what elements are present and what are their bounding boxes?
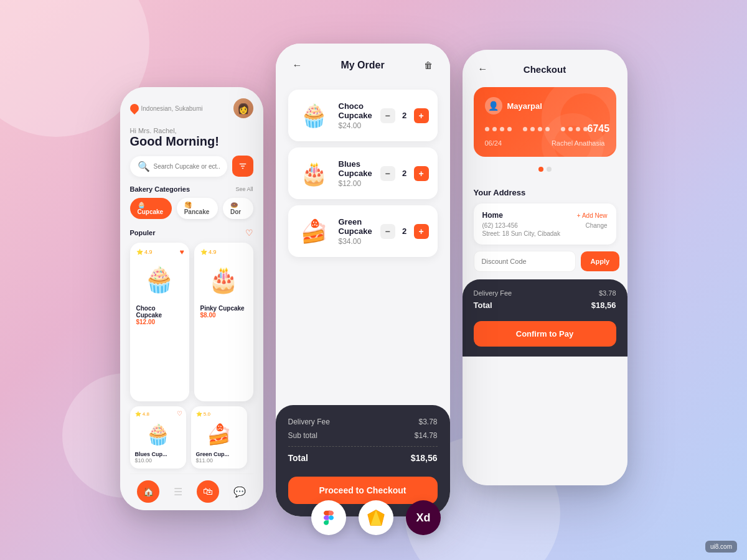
search-icon: 🔍 (138, 161, 150, 172)
phone-checkout: ← Checkout 👤 Mayarpal (463, 50, 627, 485)
order-header: ← My Order 🗑 (288, 56, 438, 75)
categories-see-all[interactable]: See All (235, 186, 253, 192)
subtotal-value: $14.78 (415, 431, 438, 440)
total-value: $18,56 (411, 453, 438, 463)
qty-plus-green[interactable]: + (414, 224, 429, 239)
order-title: My Order (341, 60, 384, 71)
address-section: Your Address Home + Add New (62) 123-456… (463, 188, 627, 251)
qty-plus-choco[interactable]: + (414, 108, 429, 123)
checkout-title: Checkout (492, 64, 598, 75)
delete-order-button[interactable]: 🗑 (419, 56, 438, 75)
card-pagination (474, 167, 616, 172)
product-card-pinky[interactable]: ⭐ 4.9 🎂 Pinky Cupcake $8.00 (194, 243, 253, 401)
categories-list: 🧁 Cupcake 🥞 Pancake 🍩 Dor (130, 198, 253, 219)
subtotal-row: Sub total $14.78 (288, 431, 438, 440)
phone-order: ← My Order 🗑 🧁 Choco Cupcake $24.00 − 2 … (276, 44, 450, 516)
small-products-row: ⭐ 4.8 🧁 Blues Cup... $10.00 ♡ ⭐ 5.0 🍰 Gr… (130, 406, 253, 469)
checkout-delivery-value: $3.78 (599, 289, 616, 297)
small-card-green[interactable]: ⭐ 5.0 🍰 Green Cup... $11.00 (191, 406, 247, 469)
small-rating-blues: ⭐ 4.8 (135, 411, 181, 417)
item-info-choco: Choco Cupcake $24.00 (339, 101, 373, 130)
search-input[interactable] (154, 163, 220, 170)
small-name-green: Green Cup... (196, 451, 242, 457)
product-name-pinky: Pinky Cupcake (200, 305, 247, 312)
greeting-section: Hi Mrs. Rachel, Good Morning! (130, 127, 253, 148)
item-name-blues: Blues Cupcake (339, 159, 373, 178)
credit-card: 👤 Mayarpal (474, 87, 616, 157)
xd-icon: Xd (406, 500, 441, 535)
filter-button[interactable] (232, 156, 253, 177)
qty-minus-choco[interactable]: − (380, 108, 395, 123)
change-address-button[interactable]: Change (585, 222, 607, 229)
item-info-green: Green Cupcake $34.00 (339, 217, 373, 246)
nav-chat-icon[interactable]: 💬 (233, 486, 246, 498)
small-price-blues: $10.00 (135, 457, 181, 464)
dot4 (507, 127, 512, 131)
checkout-total-row: Total $18,56 (474, 301, 616, 310)
item-name-choco: Choco Cupcake (339, 101, 373, 120)
favorite-icon[interactable]: ♥ (179, 248, 184, 256)
category-donut[interactable]: 🍩 Dor (223, 198, 253, 219)
dot7 (538, 127, 542, 131)
product-price-choco: $12.00 (136, 319, 183, 325)
nav-home[interactable]: 🏠 (137, 480, 159, 503)
checkout-summary: Delivery Fee $3.78 Total $18,56 Confirm … (463, 279, 627, 357)
search-row: 🔍 (130, 156, 253, 177)
total-label: Total (288, 453, 308, 463)
nav-list-icon[interactable]: ☰ (174, 486, 182, 498)
qty-minus-green[interactable]: − (380, 224, 395, 239)
qty-num-choco: 2 (400, 111, 409, 120)
small-card-blues[interactable]: ⭐ 4.8 🧁 Blues Cup... $10.00 ♡ (130, 406, 186, 469)
product-card-choco[interactable]: ♥ ⭐ 4.9 🧁 Choco Cupcake $12.00 (130, 243, 189, 401)
order-items-list: 🧁 Choco Cupcake $24.00 − 2 + 🎂 Blues Cup… (276, 83, 450, 405)
categories-header: Bakery Categories See All (130, 185, 253, 193)
total-row: Total $18,56 (288, 446, 438, 463)
qty-minus-blues[interactable]: − (380, 166, 395, 181)
category-cupcake[interactable]: 🧁 Cupcake (130, 198, 172, 219)
item-info-blues: Blues Cupcake $12.00 (339, 159, 373, 188)
dot1 (485, 127, 489, 131)
search-box[interactable]: 🔍 (130, 156, 227, 177)
figma-icon (311, 500, 346, 535)
populer-header: Populer ♡ (130, 228, 253, 238)
qty-num-green: 2 (400, 226, 409, 236)
address-street: Street: 18 Sun City, Cibadak (482, 230, 608, 237)
dot3 (500, 127, 504, 131)
cart-nav-button[interactable]: 🛍 (197, 480, 219, 503)
address-label: Home (482, 211, 503, 220)
dot6 (530, 127, 535, 131)
apply-discount-button[interactable]: Apply (581, 251, 620, 271)
order-back-button[interactable]: ← (288, 56, 307, 75)
home-nav-button[interactable]: 🏠 (137, 480, 159, 503)
discount-input[interactable] (474, 251, 576, 272)
small-heart-blues[interactable]: ♡ (177, 410, 182, 417)
qty-plus-blues[interactable]: + (414, 166, 429, 181)
sketch-icon (359, 500, 393, 535)
checkout-top: ← Checkout 👤 Mayarpal (463, 50, 627, 188)
address-title: Your Address (474, 188, 616, 197)
product-image-pinky: 🎂 (200, 258, 247, 301)
user-avatar[interactable]: 👩 (233, 98, 253, 118)
checkout-total-label: Total (474, 301, 492, 310)
category-pancake[interactable]: 🥞 Pancake (177, 198, 218, 219)
card-expiry: 06/24 (485, 139, 502, 147)
address-card: Home + Add New (62) 123-456 Change Stree… (474, 203, 616, 245)
dot2 (492, 127, 497, 131)
confirm-pay-button[interactable]: Confirm to Pay (474, 321, 616, 347)
small-img-green: 🍰 (196, 417, 242, 451)
add-new-address-button[interactable]: + Add New (577, 212, 608, 219)
qty-control-blues: − 2 + (380, 166, 429, 181)
checkout-back-button[interactable]: ← (474, 60, 492, 78)
product-price-pinky: $8.00 (200, 312, 247, 319)
checkout-delivery-label: Delivery Fee (474, 289, 512, 297)
categories-title: Bakery Categories (130, 185, 190, 193)
product-image-choco: 🧁 (136, 258, 183, 301)
small-img-blues: 🧁 (135, 417, 181, 451)
item-name-green: Green Cupcake (339, 217, 373, 236)
address-label-row: Home + Add New (482, 211, 608, 220)
product-name-choco: Choco Cupcake (136, 305, 183, 319)
rating-choco: ⭐ 4.9 (136, 249, 183, 255)
home-header: Indonesian, Sukabumi 👩 (130, 98, 253, 118)
item-image-green: 🍰 (297, 214, 331, 248)
qty-control-green: − 2 + (380, 224, 429, 239)
